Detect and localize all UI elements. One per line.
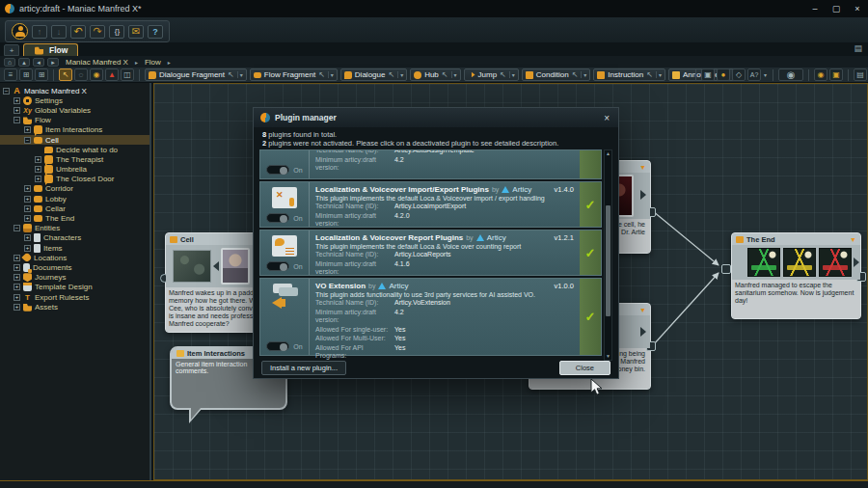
node-header[interactable]: The End ▼ bbox=[732, 233, 860, 245]
expander-icon[interactable]: + bbox=[24, 245, 31, 252]
connections-icon[interactable] bbox=[732, 68, 746, 81]
chevron-down-icon[interactable]: ▾ bbox=[581, 71, 586, 78]
breadcrumb-project[interactable]: Maniac Manfred X bbox=[66, 58, 128, 67]
tree-item-settings[interactable]: +Settings bbox=[0, 95, 149, 105]
scrollbar-thumb[interactable] bbox=[606, 205, 610, 316]
chevron-down-icon[interactable]: ▼ bbox=[639, 307, 646, 313]
input-pin[interactable] bbox=[721, 264, 731, 274]
plugin-row-vo-extension[interactable]: On VO Extension by Articy v1.0.0 This pl… bbox=[259, 278, 602, 356]
expander-icon[interactable]: + bbox=[14, 304, 20, 311]
expander-icon[interactable]: + bbox=[24, 196, 31, 203]
color-marker-icon[interactable] bbox=[717, 68, 730, 81]
chevron-down-icon[interactable]: ▾ bbox=[328, 71, 334, 78]
tree-item-lobby[interactable]: +Lobby bbox=[0, 194, 149, 203]
tree-item-entities[interactable]: −Entities bbox=[0, 224, 149, 233]
the-end-thumbnail[interactable] bbox=[783, 248, 816, 277]
zoom-search-icon[interactable] bbox=[778, 68, 803, 81]
export-icon[interactable] bbox=[51, 25, 67, 39]
breadcrumb-page[interactable]: Flow bbox=[145, 58, 161, 67]
chevron-down-icon[interactable]: ▾ bbox=[451, 71, 457, 78]
outline-view-icon[interactable] bbox=[4, 68, 17, 81]
tree-item-cellar[interactable]: +Cellar bbox=[0, 203, 149, 213]
expander-icon[interactable]: + bbox=[24, 205, 31, 212]
tree-item-decide-what-to-do[interactable]: +Decide what to do bbox=[0, 145, 149, 154]
redo-icon[interactable] bbox=[90, 25, 105, 39]
expander-icon[interactable]: + bbox=[14, 97, 20, 104]
chevron-down-icon[interactable]: ▾ bbox=[764, 71, 767, 78]
chevron-down-icon[interactable]: ▾ bbox=[656, 71, 662, 78]
expander-icon[interactable]: + bbox=[35, 166, 41, 173]
plugin-row-loca-reports[interactable]: On Localization & Voiceover Report Plugi… bbox=[259, 230, 602, 276]
flow-node-the-end[interactable]: The End ▼ Manfred managed to escape the … bbox=[731, 232, 861, 319]
node-button-dialogue-fragment[interactable]: Dialogue Fragment↖▾ bbox=[145, 68, 247, 81]
tree-item-characters[interactable]: +Characters bbox=[0, 233, 149, 243]
tab-overview-icon[interactable]: ▤ bbox=[854, 43, 862, 53]
tree-item-maniac-manfred-x[interactable]: −Maniac Manfred X bbox=[0, 86, 149, 95]
close-button[interactable]: Close bbox=[559, 361, 610, 375]
layout-columns-icon[interactable] bbox=[121, 68, 134, 81]
script-editor-icon[interactable] bbox=[109, 25, 124, 39]
expander-icon[interactable]: + bbox=[14, 294, 20, 301]
tree-item-documents[interactable]: +Documents bbox=[0, 262, 149, 272]
expander-icon[interactable]: + bbox=[24, 215, 31, 222]
dialog-close-icon[interactable]: × bbox=[602, 113, 611, 123]
tree-item-corridor[interactable]: +Corridor bbox=[0, 184, 149, 194]
tree-item-template-design[interactable]: +Template Design bbox=[0, 283, 149, 292]
expander-icon[interactable]: − bbox=[14, 117, 20, 123]
tree-item-the-closed-door[interactable]: +The Closed Door bbox=[0, 175, 149, 184]
expander-icon[interactable]: + bbox=[35, 156, 41, 163]
chevron-down-icon[interactable]: ▾ bbox=[397, 71, 403, 78]
the-end-thumbnail[interactable] bbox=[819, 248, 852, 277]
zoom-tool-icon[interactable] bbox=[90, 68, 103, 81]
tree-item-journeys[interactable]: +Journeys bbox=[0, 273, 149, 283]
tree-item-cell[interactable]: −Cell bbox=[0, 135, 149, 145]
mail-icon[interactable] bbox=[128, 25, 144, 39]
add-flow-node-icon[interactable] bbox=[19, 68, 33, 81]
plugin-toggle[interactable] bbox=[266, 341, 289, 351]
dialog-titlebar[interactable]: Plugin manager × bbox=[254, 108, 618, 127]
asset-preview-icon[interactable] bbox=[701, 68, 715, 81]
add-template-node-icon[interactable] bbox=[35, 68, 48, 81]
expander-icon[interactable]: + bbox=[14, 284, 20, 290]
tree-item-the-end[interactable]: +The End bbox=[0, 213, 149, 223]
expander-icon[interactable]: + bbox=[24, 126, 31, 133]
chevron-down-icon[interactable]: ▾ bbox=[237, 71, 243, 78]
back-icon[interactable]: ◂ bbox=[33, 58, 44, 67]
tree-item-export-rulesets[interactable]: +Export Rulesets bbox=[0, 292, 149, 302]
tree-item-umbrella[interactable]: +Umbrella bbox=[0, 165, 149, 175]
expander-icon[interactable]: + bbox=[14, 255, 20, 261]
install-plugin-button[interactable]: Install a new plugin... bbox=[261, 361, 346, 375]
expander-icon[interactable]: + bbox=[14, 274, 20, 281]
tree-item-the-therapist[interactable]: +The Therapist bbox=[0, 154, 149, 164]
scroll-down-icon[interactable]: ▼ bbox=[605, 353, 611, 360]
help-icon[interactable] bbox=[148, 25, 163, 39]
node-button-flow-fragment[interactable]: Flow Fragment↖▾ bbox=[250, 68, 338, 81]
up-icon[interactable]: ▴ bbox=[18, 58, 30, 67]
tree-item-assets[interactable]: +Assets bbox=[0, 302, 149, 312]
tree-item-item-interactions[interactable]: +Item Interactions bbox=[0, 125, 149, 135]
tree-item-flow[interactable]: −Flow bbox=[0, 116, 149, 125]
minimize-button[interactable]: – bbox=[804, 4, 826, 14]
tree-item-items[interactable]: +Items bbox=[0, 243, 149, 253]
plugin-row-autoassign[interactable]: On Technical Name (ID):Articy.AutoAssign… bbox=[259, 149, 602, 179]
plugin-row-loca-import-export[interactable]: ✕ On Localization & Voiceover Import/Exp… bbox=[259, 181, 602, 228]
validation-warnings-icon[interactable] bbox=[105, 68, 119, 81]
select-tool-icon[interactable] bbox=[59, 68, 72, 81]
gallery-next-icon[interactable] bbox=[640, 327, 646, 337]
undo-icon[interactable] bbox=[70, 25, 86, 39]
close-window-button[interactable]: × bbox=[847, 4, 868, 14]
expander-icon[interactable]: − bbox=[24, 137, 31, 144]
highlight-mode-icon[interactable] bbox=[814, 68, 827, 81]
tree-item-global-variables[interactable]: +Global Variables bbox=[0, 105, 149, 115]
node-button-jump[interactable]: Jump↖▾ bbox=[464, 68, 519, 81]
text-search-icon[interactable] bbox=[747, 68, 761, 81]
lasso-tool-icon[interactable] bbox=[74, 68, 88, 81]
expander-icon[interactable]: + bbox=[24, 234, 31, 241]
chevron-down-icon[interactable]: ▼ bbox=[639, 164, 646, 171]
node-button-condition[interactable]: Condition↖▾ bbox=[522, 68, 591, 81]
node-button-instruction[interactable]: Instruction↖▾ bbox=[593, 68, 665, 81]
node-button-dialogue[interactable]: Dialogue↖▾ bbox=[340, 68, 407, 81]
the-end-thumbnail[interactable] bbox=[747, 248, 780, 277]
expander-icon[interactable]: − bbox=[14, 225, 20, 231]
gallery-next-icon[interactable] bbox=[640, 190, 646, 200]
